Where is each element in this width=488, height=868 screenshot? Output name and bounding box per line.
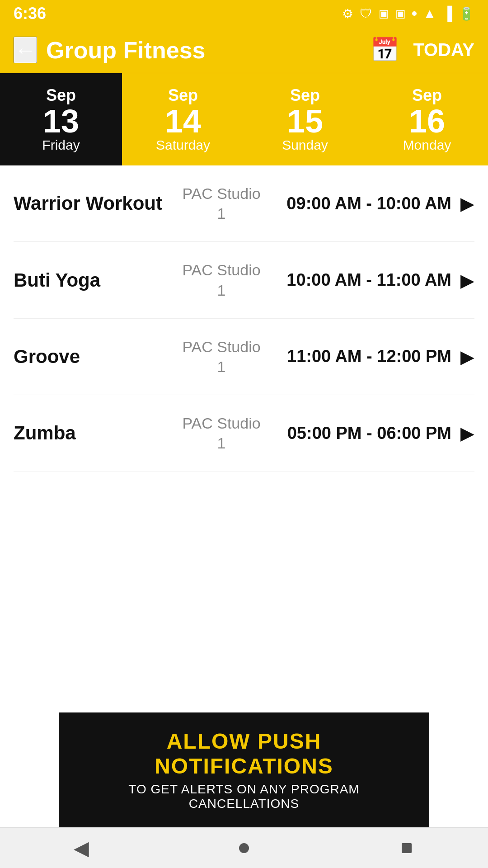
- header-right: 📅 TODAY: [370, 36, 474, 64]
- date-selector: Sep 13 Friday Sep 14 Saturday Sep 15 Sun…: [0, 73, 488, 165]
- signal-icon: ▐: [443, 6, 452, 21]
- date-month-1: Sep: [168, 86, 198, 105]
- date-item-16[interactable]: Sep 16 Monday: [366, 73, 488, 165]
- class-location-3: PAC Studio 1: [176, 413, 267, 453]
- class-name-3: Zumba: [14, 422, 176, 444]
- class-location-1: PAC Studio 1: [176, 260, 267, 300]
- push-notification-banner[interactable]: ALLOW PUSH NOTIFICATIONS TO GET ALERTS O…: [59, 712, 429, 827]
- class-time-1: 10:00 AM - 11:00 AM: [267, 270, 460, 290]
- push-banner-subtitle: TO GET ALERTS ON ANY PROGRAM CANCELLATIO…: [77, 782, 411, 811]
- image-icon-1: ▣: [379, 7, 389, 20]
- settings-icon: ⚙: [342, 6, 353, 21]
- date-item-15[interactable]: Sep 15 Sunday: [244, 73, 366, 165]
- date-item-13[interactable]: Sep 13 Friday: [0, 73, 122, 165]
- notification-dot: [412, 11, 417, 16]
- class-time-2: 11:00 AM - 12:00 PM: [267, 347, 460, 366]
- class-name-1: Buti Yoga: [14, 269, 176, 291]
- date-day-1: Saturday: [156, 137, 210, 153]
- calendar-icon[interactable]: 📅: [370, 36, 399, 64]
- play-icon-3[interactable]: ▶: [460, 423, 474, 443]
- page-title: Group Fitness: [46, 37, 205, 64]
- date-day-2: Sunday: [282, 137, 328, 153]
- date-item-14[interactable]: Sep 14 Saturday: [122, 73, 244, 165]
- back-button[interactable]: ←: [14, 37, 37, 63]
- play-icon-1[interactable]: ▶: [460, 270, 474, 291]
- image-icon-2: ▣: [395, 7, 406, 20]
- date-day-3: Monday: [403, 137, 451, 153]
- date-month-0: Sep: [46, 86, 76, 105]
- play-icon-0[interactable]: ▶: [460, 193, 474, 214]
- class-name-0: Warrior Workout: [14, 193, 176, 214]
- play-icon-2[interactable]: ▶: [460, 346, 474, 367]
- wifi-icon: ▲: [423, 6, 436, 21]
- battery-icon: 🔋: [459, 6, 474, 21]
- schedule-item-0[interactable]: Warrior Workout PAC Studio 1 09:00 AM - …: [14, 165, 474, 242]
- header: ← Group Fitness 📅 TODAY: [0, 27, 488, 73]
- schedule-list: Warrior Workout PAC Studio 1 09:00 AM - …: [0, 165, 488, 472]
- date-num-1: 14: [165, 105, 201, 137]
- nav-bar: ◀: [0, 827, 488, 868]
- date-num-0: 13: [43, 105, 79, 137]
- schedule-item-2[interactable]: Groove PAC Studio 1 11:00 AM - 12:00 PM …: [14, 319, 474, 395]
- date-num-3: 16: [409, 105, 445, 137]
- date-month-3: Sep: [412, 86, 442, 105]
- date-month-2: Sep: [290, 86, 320, 105]
- status-time: 6:36: [14, 4, 46, 23]
- class-name-2: Groove: [14, 346, 176, 368]
- schedule-item-3[interactable]: Zumba PAC Studio 1 05:00 PM - 06:00 PM ▶: [14, 395, 474, 472]
- nav-back-button[interactable]: ◀: [63, 830, 99, 866]
- push-banner-title: ALLOW PUSH NOTIFICATIONS: [77, 729, 411, 778]
- status-icons: ⚙ 🛡 ▣ ▣ ▲ ▐ 🔋: [342, 6, 474, 21]
- recents-square-icon: [402, 843, 412, 853]
- header-left: ← Group Fitness: [14, 37, 205, 64]
- today-button[interactable]: TODAY: [413, 40, 474, 60]
- shield-icon: 🛡: [360, 6, 372, 21]
- class-location-2: PAC Studio 1: [176, 337, 267, 377]
- schedule-item-1[interactable]: Buti Yoga PAC Studio 1 10:00 AM - 11:00 …: [14, 242, 474, 318]
- status-bar: 6:36 ⚙ 🛡 ▣ ▣ ▲ ▐ 🔋: [0, 0, 488, 27]
- date-num-2: 15: [287, 105, 323, 137]
- class-time-3: 05:00 PM - 06:00 PM: [267, 424, 460, 443]
- nav-home-button[interactable]: [226, 830, 262, 866]
- date-day-0: Friday: [42, 137, 80, 153]
- home-circle-icon: [239, 843, 249, 853]
- nav-recents-button[interactable]: [389, 830, 425, 866]
- class-location-0: PAC Studio 1: [176, 184, 267, 223]
- class-time-0: 09:00 AM - 10:00 AM: [267, 194, 460, 213]
